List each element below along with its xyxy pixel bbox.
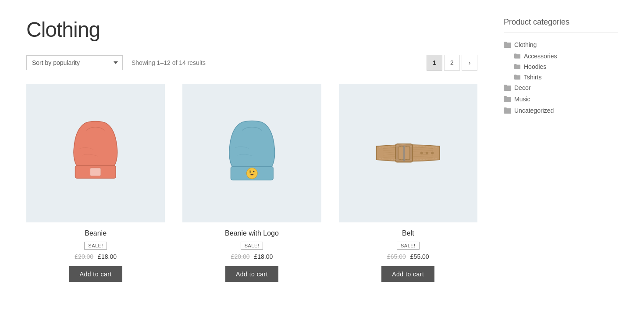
category-item-decor: Decor — [504, 84, 618, 91]
price-belt: £65.00 £55.00 — [387, 253, 429, 260]
svg-point-3 — [246, 168, 257, 179]
subcategory-item-hoodies: Hoodies — [514, 63, 618, 70]
sidebar: Product categories Clothing Accessories — [504, 18, 618, 282]
product-image-belt — [339, 84, 477, 222]
folder-icon-hoodies — [514, 64, 520, 69]
category-link-clothing[interactable]: Clothing — [514, 41, 537, 48]
folder-icon-clothing — [504, 42, 511, 48]
category-link-music[interactable]: Music — [514, 96, 530, 103]
category-item-music: Music — [504, 96, 618, 103]
pagination: 1 2 › — [427, 55, 477, 71]
add-to-cart-beanie[interactable]: Add to cart — [69, 266, 122, 282]
folder-icon-tshirts — [514, 75, 520, 80]
product-card-beanie: Beanie SALE! £20.00 £18.00 Add to cart — [26, 84, 165, 282]
category-list: Clothing Accessories Hoodies — [504, 41, 618, 114]
product-image-beanie-logo — [182, 84, 321, 222]
main-content: Clothing Sort by popularitySort by lates… — [26, 18, 477, 282]
original-price-beanie: £20.00 — [75, 253, 93, 260]
category-item-uncategorized: Uncategorized — [504, 107, 618, 114]
price-beanie-logo: £20.00 £18.00 — [231, 253, 273, 260]
svg-rect-1 — [90, 168, 101, 176]
page-next-button[interactable]: › — [462, 55, 477, 71]
subcategory-item-tshirts: Tshirts — [514, 74, 618, 81]
category-link-hoodies[interactable]: Hoodies — [524, 63, 546, 70]
page-1-button[interactable]: 1 — [427, 55, 442, 71]
category-link-uncategorized[interactable]: Uncategorized — [514, 107, 554, 114]
original-price-belt: £65.00 — [387, 253, 406, 260]
category-link-tshirts[interactable]: Tshirts — [524, 74, 541, 81]
sale-price-belt: £55.00 — [410, 253, 429, 260]
add-to-cart-belt[interactable]: Add to cart — [381, 266, 434, 282]
sale-badge-belt: SALE! — [397, 242, 420, 250]
svg-point-5 — [253, 171, 254, 172]
subcategory-list-clothing: Accessories Hoodies Tshirts — [514, 53, 618, 81]
page-2-button[interactable]: 2 — [444, 55, 460, 71]
folder-icon-decor — [504, 85, 511, 91]
product-name-belt: Belt — [402, 229, 414, 237]
original-price-beanie-logo: £20.00 — [231, 253, 250, 260]
folder-icon-uncategorized — [504, 107, 511, 114]
category-link-accessories[interactable]: Accessories — [524, 53, 557, 60]
product-image-beanie — [26, 84, 165, 222]
product-card-beanie-logo: Beanie with Logo SALE! £20.00 £18.00 Add… — [182, 84, 321, 282]
toolbar: Sort by popularitySort by latestSort by … — [26, 55, 477, 71]
folder-icon-accessories — [514, 54, 520, 59]
sale-badge-beanie: SALE! — [84, 242, 107, 250]
sale-price-beanie: £18.00 — [98, 253, 117, 260]
add-to-cart-beanie-logo[interactable]: Add to cart — [225, 266, 278, 282]
sort-select[interactable]: Sort by popularitySort by latestSort by … — [26, 55, 123, 70]
category-item-clothing: Clothing — [504, 41, 618, 48]
sale-badge-beanie-logo: SALE! — [241, 242, 263, 250]
product-name-beanie-logo: Beanie with Logo — [225, 229, 279, 237]
results-count: Showing 1–12 of 14 results — [132, 59, 418, 66]
svg-point-11 — [431, 152, 434, 154]
page-title: Clothing — [26, 18, 477, 42]
svg-point-4 — [249, 172, 251, 173]
folder-icon-music — [504, 96, 511, 102]
price-beanie: £20.00 £18.00 — [75, 253, 117, 260]
sale-price-beanie-logo: £18.00 — [254, 253, 273, 260]
svg-point-10 — [426, 152, 428, 154]
category-link-decor[interactable]: Decor — [514, 84, 530, 91]
subcategory-item-accessories: Accessories — [514, 53, 618, 60]
product-card-belt: Belt SALE! £65.00 £55.00 Add to cart — [339, 84, 477, 282]
products-grid: Beanie SALE! £20.00 £18.00 Add to cart — [26, 84, 477, 282]
svg-point-9 — [420, 152, 423, 154]
sidebar-title: Product categories — [504, 18, 618, 32]
product-name-beanie: Beanie — [85, 229, 107, 237]
